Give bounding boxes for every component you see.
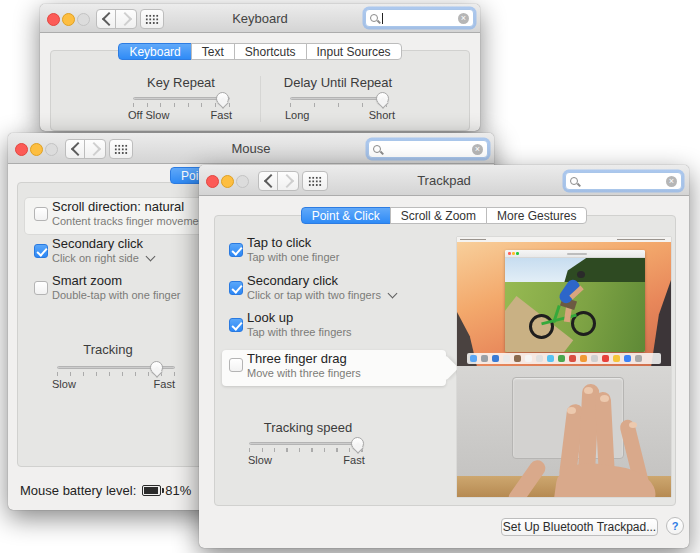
- tab-keyboard[interactable]: Keyboard: [118, 43, 191, 60]
- row-label: Tap to click: [247, 235, 311, 250]
- tracking-speed-slider-thumb[interactable]: [351, 437, 364, 450]
- trackpad-tabbar: Point & Click Scroll & Zoom More Gesture…: [199, 207, 689, 224]
- tracking-speed-slider-track[interactable]: [249, 442, 363, 445]
- row-label: Look up: [247, 310, 293, 325]
- secondary-click-checkbox[interactable]: [34, 244, 48, 258]
- battery-label: Mouse battery level:: [20, 483, 136, 498]
- battery-status: Mouse battery level: 81%: [20, 483, 191, 498]
- tracking-speed-max-label: Fast: [339, 454, 369, 466]
- rider-helmet: [577, 271, 585, 278]
- mini-preview-window: [505, 250, 645, 352]
- fingernail: [567, 407, 576, 414]
- look-up-checkbox[interactable]: [229, 318, 243, 332]
- secondary-click-checkbox[interactable]: [229, 281, 243, 295]
- battery-icon: [142, 485, 161, 496]
- search-field[interactable]: ×: [368, 140, 488, 158]
- chevron-down-icon[interactable]: [145, 252, 155, 262]
- key-repeat-min-label: Off Slow: [128, 109, 169, 121]
- keyboard-window: Keyboard × Keyboard Text Shortcuts Input…: [40, 4, 480, 131]
- tab-more-gestures[interactable]: More Gestures: [486, 207, 587, 224]
- row-sublabel: Tap with one finger: [247, 251, 339, 263]
- search-field[interactable]: ×: [565, 172, 682, 190]
- tracking-max-label: Fast: [138, 378, 175, 390]
- delay-max-label: Short: [350, 109, 395, 121]
- gesture-demo-video: [457, 237, 671, 497]
- tab-input-sources[interactable]: Input Sources: [306, 43, 402, 60]
- search-icon: [373, 145, 381, 153]
- trackpad-titlebar[interactable]: Trackpad ×: [199, 165, 689, 196]
- help-button[interactable]: ?: [666, 517, 684, 535]
- tracking-speed-ticks: [249, 448, 363, 452]
- tracking-min-label: Slow: [52, 378, 76, 390]
- row-sublabel: Click or tap with two fingers: [247, 289, 396, 301]
- delay-ticks: [290, 103, 387, 107]
- chevron-down-icon[interactable]: [387, 289, 397, 299]
- clear-search-icon[interactable]: ×: [458, 13, 469, 24]
- mini-dock: [467, 353, 661, 364]
- row-sublabel: Double-tap with one finger: [52, 289, 180, 301]
- keyboard-tabbar: Keyboard Text Shortcuts Input Sources: [40, 43, 480, 60]
- delay-slider-thumb[interactable]: [376, 92, 389, 105]
- delay-slider-track[interactable]: [290, 97, 387, 100]
- delay-min-label: Long: [285, 109, 309, 121]
- search-icon: [570, 177, 578, 185]
- fingernail: [584, 387, 593, 394]
- key-repeat-ticks: [133, 103, 230, 107]
- mini-menubar: [457, 237, 671, 242]
- smart-zoom-checkbox[interactable]: [34, 281, 48, 295]
- clear-search-icon[interactable]: ×: [666, 176, 677, 187]
- search-field[interactable]: ×: [365, 9, 474, 27]
- row-label: Three finger drag: [247, 351, 347, 366]
- key-repeat-label: Key Repeat: [101, 75, 261, 90]
- fingernail: [629, 422, 637, 428]
- search-icon: [370, 14, 378, 22]
- tab-shortcuts[interactable]: Shortcuts: [234, 43, 307, 60]
- keyboard-titlebar[interactable]: Keyboard ×: [40, 4, 480, 33]
- mouse-titlebar[interactable]: Mouse ×: [8, 133, 494, 164]
- trackpad-window: Trackpad × Point & Click Scroll & Zoom M…: [199, 165, 689, 548]
- tracking-speed-min-label: Slow: [248, 454, 272, 466]
- key-repeat-slider-thumb[interactable]: [216, 92, 229, 105]
- scroll-direction-checkbox[interactable]: [34, 207, 48, 221]
- tab-point-and-click[interactable]: Point & Click: [301, 207, 391, 224]
- delay-label: Delay Until Repeat: [258, 75, 418, 90]
- setup-bluetooth-trackpad-button[interactable]: Set Up Bluetooth Trackpad...: [501, 518, 658, 536]
- row-sublabel: Content tracks finger movement: [52, 215, 208, 227]
- text-cursor: [382, 13, 383, 24]
- tap-to-click-checkbox[interactable]: [229, 243, 243, 257]
- fingernail: [600, 395, 609, 402]
- row-sublabel: Move with three fingers: [247, 367, 361, 379]
- three-finger-drag-checkbox[interactable]: [229, 358, 243, 372]
- tracking-speed-label: Tracking speed: [238, 420, 378, 435]
- mini-window-titlebar: [505, 250, 645, 258]
- row-label: Scroll direction: natural: [52, 199, 184, 214]
- key-repeat-max-label: Fast: [190, 109, 232, 121]
- tab-scroll-and-zoom[interactable]: Scroll & Zoom: [390, 207, 487, 224]
- row-sublabel: Click on right side: [52, 252, 154, 264]
- row-label: Smart zoom: [52, 273, 122, 288]
- row-sublabel: Tap with three fingers: [247, 326, 352, 338]
- bike-wheel: [529, 314, 554, 339]
- tracking-label: Tracking: [48, 342, 168, 357]
- tracking-slider-thumb[interactable]: [150, 361, 163, 374]
- row-label: Secondary click: [247, 273, 338, 288]
- clear-search-icon[interactable]: ×: [472, 144, 483, 155]
- battery-value: 81%: [165, 483, 191, 498]
- desktop: Keyboard × Keyboard Text Shortcuts Input…: [0, 0, 700, 553]
- tab-text[interactable]: Text: [191, 43, 235, 60]
- bike-photo: [505, 258, 645, 352]
- row-label: Secondary click: [52, 236, 143, 251]
